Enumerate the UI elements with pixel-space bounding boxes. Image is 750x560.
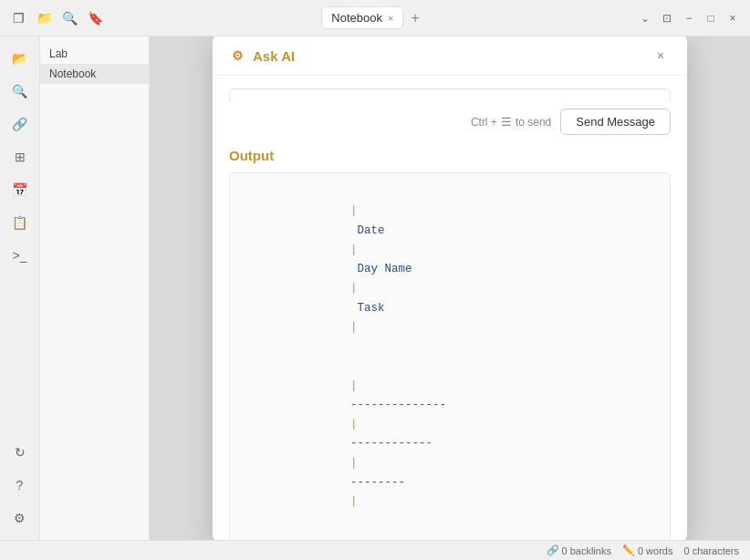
editor-area: ⚙ Ask AI × Generate a table for the next… xyxy=(150,36,750,540)
layout-icon[interactable]: ⊡ xyxy=(661,12,673,25)
output-content: | Date | Day Name | Task | | xyxy=(229,172,671,540)
sidebar-icon-rail: 📂 🔍 🔗 ⊞ 📅 📋 >_ ↻ ? ⚙ xyxy=(0,36,40,540)
tab-add-icon[interactable]: + xyxy=(411,10,419,26)
modal-title: ⚙ Ask AI xyxy=(229,47,295,64)
tab-label: Notebook xyxy=(331,11,382,25)
file-tree-item-lab[interactable]: Lab xyxy=(40,44,149,64)
tab-area: Notebook × + xyxy=(109,6,631,29)
output-line-3: | 2024-04-04 | Monday | | xyxy=(241,532,659,541)
search-side-icon[interactable]: 🔍 xyxy=(5,77,35,106)
search-icon[interactable]: 🔍 xyxy=(62,11,77,26)
help-icon[interactable]: ? xyxy=(5,471,35,500)
title-bar-left-icons: ❐ 📁 🔍 🔖 xyxy=(11,11,102,26)
bookmark-icon[interactable]: 🔖 xyxy=(88,11,102,26)
close-window-icon[interactable]: × xyxy=(726,12,739,25)
settings-icon[interactable]: ⚙ xyxy=(5,503,35,533)
chevron-icon[interactable]: ⌄ xyxy=(639,12,651,25)
file-tree: Lab Notebook xyxy=(40,36,150,540)
calendar-icon[interactable]: 📅 xyxy=(5,175,35,204)
ai-modal-icon: ⚙ xyxy=(229,47,245,64)
copy-side-icon[interactable]: 📋 xyxy=(5,208,35,237)
backlinks-icon: 🔗 xyxy=(547,544,559,556)
maximize-icon[interactable]: □ xyxy=(704,12,717,25)
pencil-icon: ✏️ xyxy=(622,544,635,556)
file-tree-item-notebook[interactable]: Notebook xyxy=(40,64,149,84)
prompt-box[interactable]: Generate a table for the next week start… xyxy=(229,88,671,101)
output-section: Output | Date | Day Name | Task | xyxy=(213,142,687,540)
sidebar-toggle-icon[interactable]: ❐ xyxy=(11,11,26,26)
send-hint: Ctrl + ☰ to send xyxy=(471,115,551,129)
ask-ai-modal: ⚙ Ask AI × Generate a table for the next… xyxy=(213,36,687,540)
send-shortcut-icon: ☰ xyxy=(501,115,512,129)
notebook-tab[interactable]: Notebook × xyxy=(321,6,403,29)
modal-overlay: ⚙ Ask AI × Generate a table for the next… xyxy=(150,36,750,540)
title-bar-right: ⌄ ⊡ − □ × xyxy=(639,12,739,25)
modal-header: ⚙ Ask AI × xyxy=(213,36,687,76)
graph-icon[interactable]: 🔗 xyxy=(5,109,35,139)
output-line-2: | -------------- | ------------ | ------… xyxy=(241,357,659,531)
main-content: 📂 🔍 🔗 ⊞ 📅 📋 >_ ↻ ? ⚙ Lab Notebook xyxy=(0,36,750,540)
backlinks-status: 🔗 0 backlinks xyxy=(547,544,611,556)
app-window: ❐ 📁 🔍 🔖 Notebook × + ⌄ ⊡ − □ × 📂 🔍 🔗 ⊞ xyxy=(0,0,750,560)
output-label: Output xyxy=(229,148,671,163)
status-bar: 🔗 0 backlinks ✏️ 0 words 0 characters xyxy=(0,540,750,560)
minimize-icon[interactable]: − xyxy=(682,12,695,25)
tab-close-icon[interactable]: × xyxy=(388,13,393,24)
modal-close-button[interactable]: × xyxy=(651,46,671,66)
words-status: ✏️ 0 words xyxy=(622,544,673,556)
apps-icon[interactable]: ⊞ xyxy=(5,142,35,171)
terminal-icon[interactable]: >_ xyxy=(5,241,35,270)
output-line-1: | Date | Day Name | Task | xyxy=(241,182,659,357)
characters-status: 0 characters xyxy=(683,545,739,556)
sync-icon[interactable]: ↻ xyxy=(5,438,35,467)
send-message-button[interactable]: Send Message xyxy=(560,109,671,135)
modal-body: Generate a table for the next week start… xyxy=(213,76,687,101)
title-bar: ❐ 📁 🔍 🔖 Notebook × + ⌄ ⊡ − □ × xyxy=(0,0,750,36)
send-area: Ctrl + ☰ to send Send Message xyxy=(213,101,687,142)
folder-icon[interactable]: 📁 xyxy=(36,11,51,26)
files-icon[interactable]: 📂 xyxy=(5,44,35,73)
